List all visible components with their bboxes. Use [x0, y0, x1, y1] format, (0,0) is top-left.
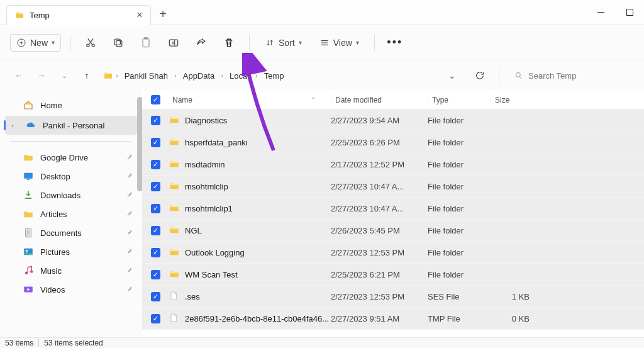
table-row[interactable]: ✓ Diagnostics 2/27/2023 9:54 AM File fol… [142, 109, 644, 132]
back-button[interactable]: ← [10, 67, 28, 84]
svg-rect-6 [114, 39, 120, 45]
breadcrumb[interactable]: Temp [260, 69, 288, 82]
sidebar-item[interactable]: Desktop [0, 167, 142, 186]
folder-icon [169, 246, 181, 259]
recent-button[interactable]: ⌄ [55, 67, 73, 84]
row-name: .ses [185, 292, 331, 301]
folder-icon [169, 268, 181, 281]
item-icon [23, 265, 34, 276]
sort-button[interactable]: Sort ▾ [258, 34, 308, 52]
table-row[interactable]: ✓ Outlook Logging 2/27/2023 12:53 PM Fil… [142, 242, 644, 264]
file-icon [169, 290, 181, 303]
folder-icon [14, 10, 25, 20]
row-name: 2e86f591-2e6b-4bcb-8e11-cb0e4fa46... [185, 314, 331, 323]
row-name: msdtadmin [185, 160, 331, 169]
row-checkbox[interactable]: ✓ [151, 138, 160, 147]
table-row[interactable]: ✓ msohtmlclip 2/27/2023 10:47 A... File … [142, 176, 644, 198]
rename-button[interactable]: A [162, 31, 185, 54]
row-checkbox[interactable]: ✓ [151, 116, 160, 125]
sidebar-scrollbar[interactable] [137, 97, 142, 191]
folder-icon [169, 136, 181, 149]
chevron-right-icon[interactable]: › [11, 121, 19, 129]
sidebar-divider [10, 141, 132, 142]
row-checkbox[interactable]: ✓ [151, 226, 160, 235]
svg-rect-12 [24, 173, 33, 179]
table-row[interactable]: ✓ NGL 2/26/2023 5:45 PM File folder [142, 220, 644, 242]
column-header-name[interactable]: Name⌃ [169, 96, 331, 104]
more-icon: ••• [387, 36, 402, 49]
close-icon[interactable]: × [134, 9, 145, 21]
row-type: File folder [428, 116, 491, 125]
breadcrumb[interactable]: Pankil Shah [121, 69, 172, 82]
folder-icon [169, 158, 181, 171]
copy-button[interactable] [107, 31, 130, 54]
select-all-checkbox[interactable]: ✓ [151, 95, 160, 104]
view-button[interactable]: View ▾ [313, 34, 365, 52]
table-row[interactable]: ✓ .ses 2/27/2023 12:53 PM SES File 1 KB [142, 286, 644, 308]
row-size: 1 KB [491, 292, 530, 301]
share-button[interactable] [190, 31, 213, 54]
row-checkbox[interactable]: ✓ [151, 248, 160, 257]
row-name: WM Scan Test [185, 270, 331, 279]
pin-icon [126, 266, 133, 276]
table-row[interactable]: ✓ msohtmlclip1 2/27/2023 10:47 A... File… [142, 198, 644, 220]
row-date: 2/26/2023 5:45 PM [331, 226, 428, 235]
table-row[interactable]: ✓ msdtadmin 2/17/2023 12:52 PM File fold… [142, 154, 644, 176]
row-checkbox[interactable]: ✓ [151, 270, 160, 279]
paste-icon [140, 36, 152, 49]
search-placeholder: Search Temp [528, 71, 576, 81]
chevron-down-icon[interactable]: ⌄ [448, 70, 456, 81]
refresh-button[interactable] [470, 65, 490, 86]
cut-button[interactable] [79, 31, 102, 54]
delete-button[interactable] [218, 31, 240, 54]
item-icon [23, 189, 34, 201]
search-input[interactable]: Search Temp [508, 67, 634, 84]
row-checkbox[interactable]: ✓ [151, 314, 160, 323]
column-header-type[interactable]: Type [428, 96, 491, 104]
row-checkbox[interactable]: ✓ [151, 182, 160, 191]
pin-icon [126, 285, 133, 295]
table-row[interactable]: ✓ hsperfdata_panki 2/25/2023 6:26 PM Fil… [142, 132, 644, 154]
sidebar-item[interactable]: Google Drive [0, 148, 142, 167]
sidebar-item-label: Home [40, 101, 62, 110]
svg-text:A: A [172, 40, 175, 45]
item-icon [23, 171, 34, 182]
column-header-date[interactable]: Date modified [331, 96, 428, 104]
minimize-button[interactable] [586, 3, 615, 22]
sidebar-item[interactable]: Pictures [0, 242, 142, 261]
window-tab[interactable]: Temp × [6, 5, 151, 25]
row-checkbox[interactable]: ✓ [151, 292, 160, 301]
svg-rect-0 [597, 12, 604, 13]
new-button[interactable]: New ▾ [10, 34, 61, 52]
forward-button[interactable]: → [33, 67, 50, 84]
breadcrumb[interactable]: AppData [179, 69, 219, 82]
item-icon [23, 208, 34, 220]
sidebar-item[interactable]: Documents [0, 223, 142, 242]
sidebar-item[interactable]: Videos [0, 280, 142, 299]
pin-icon [126, 191, 133, 200]
sidebar-item-onedrive[interactable]: › Pankil - Personal [5, 116, 137, 135]
row-date: 2/27/2023 10:47 A... [331, 182, 428, 191]
address-bar[interactable]: › Pankil Shah › AppData › Local › Temp ⌄ [101, 67, 465, 85]
svg-rect-13 [27, 179, 30, 181]
sidebar-item-home[interactable]: Home [0, 96, 142, 115]
row-date: 2/27/2023 10:47 A... [331, 204, 428, 213]
pin-icon [126, 228, 133, 238]
row-checkbox[interactable]: ✓ [151, 160, 160, 169]
copy-icon [112, 36, 125, 49]
new-tab-button[interactable]: + [151, 4, 175, 25]
table-row[interactable]: ✓ WM Scan Test 2/25/2023 6:21 PM File fo… [142, 264, 644, 286]
breadcrumb[interactable]: Local [226, 69, 253, 82]
sidebar-item[interactable]: Articles [0, 205, 142, 223]
table-row[interactable]: ✓ 2e86f591-2e6b-4bcb-8e11-cb0e4fa46... 2… [142, 308, 644, 330]
sort-label: Sort [279, 38, 295, 48]
up-button[interactable]: ↑ [78, 67, 96, 84]
sidebar-item[interactable]: Downloads [0, 186, 142, 205]
maximize-button[interactable] [615, 3, 644, 22]
more-button[interactable]: ••• [384, 31, 406, 54]
row-checkbox[interactable]: ✓ [151, 204, 160, 213]
column-header-size[interactable]: Size [491, 96, 538, 104]
paste-button[interactable] [135, 31, 157, 54]
chevron-down-icon: ▾ [299, 39, 302, 46]
sidebar-item[interactable]: Music [0, 261, 142, 280]
